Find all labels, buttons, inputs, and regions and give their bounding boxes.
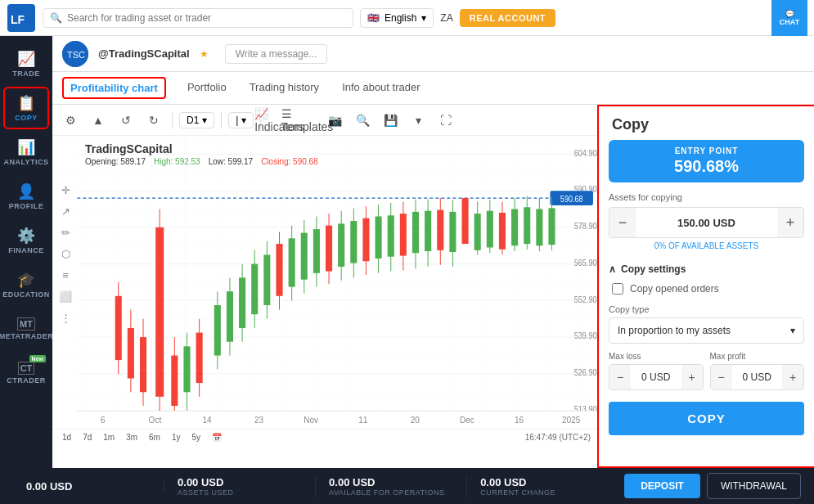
svg-rect-44	[239, 277, 245, 328]
price-type-selector[interactable]: | ▾	[228, 112, 254, 128]
chart-layout: ⚙ ▲ ↺ ↻ D1 ▾ | ▾ 📈 Indicators	[52, 105, 814, 468]
redo-button[interactable]: ↻	[142, 109, 165, 132]
svg-text:552.90: 552.90	[574, 295, 597, 304]
svg-rect-48	[263, 254, 270, 305]
svg-rect-28	[128, 328, 134, 379]
copy-panel-title: Copy	[599, 106, 814, 140]
copy-opened-checkbox[interactable]	[612, 283, 623, 295]
sidebar-item-education[interactable]: 🎓 EDUCATION	[3, 263, 49, 306]
write-message-placeholder: Write a message...	[236, 48, 317, 60]
bottom-stat-available: 0.00 USD AVAILABLE FOR OPERATIONS	[316, 476, 467, 497]
max-loss-input-row: − 0 USD +	[609, 364, 704, 390]
svg-rect-60	[338, 223, 344, 267]
content-area: TSC @TradingSCapital ★ Write a message..…	[52, 36, 814, 468]
tf-1m[interactable]: 1m	[100, 431, 118, 443]
crosshair-tool[interactable]: ✛	[56, 180, 75, 200]
sidebar-item-label: METATRADER	[0, 332, 53, 340]
assets-used-value: 0.00 USD	[178, 476, 223, 488]
star-icon[interactable]: ★	[200, 48, 209, 60]
svg-rect-42	[227, 291, 233, 342]
sidebar-item-finance[interactable]: ⚙️ FINANCE	[3, 219, 49, 262]
asset-plus-button[interactable]: +	[777, 208, 803, 237]
tab-profitability[interactable]: Profitability chart	[62, 77, 166, 99]
more-button[interactable]: ▾	[407, 109, 429, 132]
copy-button[interactable]: COPY	[609, 402, 804, 435]
entry-point-label: ENTRY POINT	[615, 146, 798, 155]
entry-point-value: 590.68%	[615, 157, 798, 176]
settings-button[interactable]: ⚙	[59, 109, 82, 132]
timeframe-buttons: 1d 7d 1m 3m 6m 1y 5y 📅	[59, 431, 225, 443]
bottom-stat-balance: 0.00 USD	[13, 480, 164, 493]
tf-7d[interactable]: 7d	[79, 431, 95, 443]
sidebar-item-copy[interactable]: 📋 COPY	[3, 87, 49, 129]
more-tools[interactable]: ⋮	[56, 308, 75, 327]
max-profit-minus-button[interactable]: −	[711, 365, 732, 389]
save-button[interactable]: 💾	[379, 109, 402, 132]
header: LF 🔍 🇬🇧 English ▾ ZA REAL ACCOUNT 💬 CHAT	[0, 0, 814, 36]
up-button[interactable]: ▲	[87, 109, 110, 132]
sidebar-item-label: FINANCE	[8, 246, 44, 254]
sidebar-item-profile[interactable]: 👤 PROFILE	[3, 175, 49, 218]
sidebar-item-metatrader[interactable]: MT METATRADER	[3, 308, 49, 350]
assets-used-label: ASSETS USED	[178, 488, 234, 497]
tab-portfolio[interactable]: Portfolio	[186, 73, 228, 104]
svg-rect-34	[171, 356, 178, 407]
asset-value: 150.00 USD	[636, 210, 777, 236]
max-profit-input-row: − 0 USD +	[710, 364, 805, 390]
bottom-bar: 0.00 USD 0.00 USD ASSETS USED 0.00 USD A…	[0, 468, 814, 504]
trend-tool[interactable]: ↗	[56, 201, 75, 221]
svg-rect-90	[524, 207, 530, 244]
bottom-stat-current-change: 0.00 USD CURRENT CHANGE	[467, 476, 618, 497]
sidebar-item-ctrader[interactable]: New CT CTRADER	[3, 352, 49, 394]
search-icon: 🔍	[50, 12, 62, 24]
education-icon: 🎓	[17, 271, 35, 289]
tab-trading-history[interactable]: Trading history	[248, 73, 322, 104]
search-chart-button[interactable]: 🔍	[351, 109, 374, 132]
max-profit-plus-button[interactable]: +	[782, 365, 803, 389]
search-input[interactable]	[67, 12, 346, 24]
max-loss-plus-button[interactable]: +	[681, 365, 703, 389]
tab-info[interactable]: Info about trader	[340, 73, 421, 104]
measure-tool[interactable]: ⬜	[56, 286, 75, 306]
date-label: Oct	[129, 416, 182, 425]
asset-minus-button[interactable]: −	[609, 208, 636, 237]
chevron-down-icon: ▾	[790, 325, 795, 336]
sidebar-item-trade[interactable]: 📈 TRADE	[3, 43, 49, 85]
deposit-button[interactable]: DEPOSIT	[624, 474, 700, 498]
svg-text:539.90: 539.90	[574, 331, 597, 341]
copy-settings-header[interactable]: ∧ Copy settings	[599, 259, 814, 280]
tf-5y[interactable]: 5y	[189, 431, 205, 443]
date-label: 2025	[545, 416, 597, 425]
chat-button[interactable]: 💬 CHAT	[771, 0, 807, 36]
low-info: Low: 599.17	[209, 157, 254, 166]
separator2	[221, 112, 222, 128]
max-loss-minus-button[interactable]: −	[609, 365, 631, 389]
chart-toolbar: ⚙ ▲ ↺ ↻ D1 ▾ | ▾ 📈 Indicators	[52, 105, 597, 136]
tf-1d[interactable]: 1d	[59, 431, 74, 443]
svg-rect-26	[115, 296, 122, 360]
tf-3m[interactable]: 3m	[123, 431, 141, 443]
camera-button[interactable]: 📷	[323, 109, 346, 132]
new-badge: New	[29, 355, 46, 362]
expand-button[interactable]: ⛶	[434, 109, 457, 132]
withdrawal-button[interactable]: WITHDRAWAL	[707, 473, 801, 499]
tf-1y[interactable]: 1y	[169, 431, 184, 443]
language-selector[interactable]: 🇬🇧 English ▾	[360, 8, 434, 28]
closing-info: Closing: 590.68	[261, 157, 318, 166]
write-message-input[interactable]: Write a message...	[225, 44, 328, 64]
sidebar-item-analytics[interactable]: 📊 ANALYTICS	[3, 131, 49, 173]
svg-rect-72	[412, 212, 419, 253]
search-bar[interactable]: 🔍	[43, 8, 353, 28]
timeframe-selector[interactable]: D1 ▾	[179, 112, 214, 128]
shapes-tool[interactable]: ⬡	[56, 244, 75, 263]
real-account-button[interactable]: REAL ACCOUNT	[460, 9, 555, 27]
draw-tool[interactable]: ✏	[56, 223, 75, 242]
fib-tool[interactable]: ≡	[56, 265, 75, 285]
copy-type-select[interactable]: In proportion to my assets ▾	[609, 317, 804, 344]
templates-button[interactable]: ☰ Templates	[295, 109, 318, 132]
tf-calendar[interactable]: 📅	[209, 431, 225, 443]
undo-button[interactable]: ↺	[115, 109, 137, 132]
copy-settings-label: Copy settings	[621, 263, 686, 275]
tf-6m[interactable]: 6m	[146, 431, 164, 443]
language-label: English	[385, 12, 416, 24]
